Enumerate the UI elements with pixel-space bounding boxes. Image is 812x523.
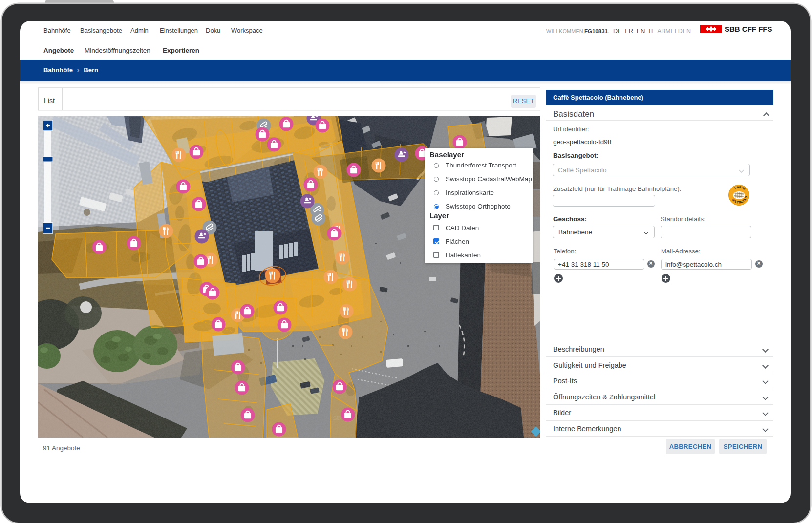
svg-text:SBB CFF FFS: SBB CFF FFS	[725, 25, 772, 33]
